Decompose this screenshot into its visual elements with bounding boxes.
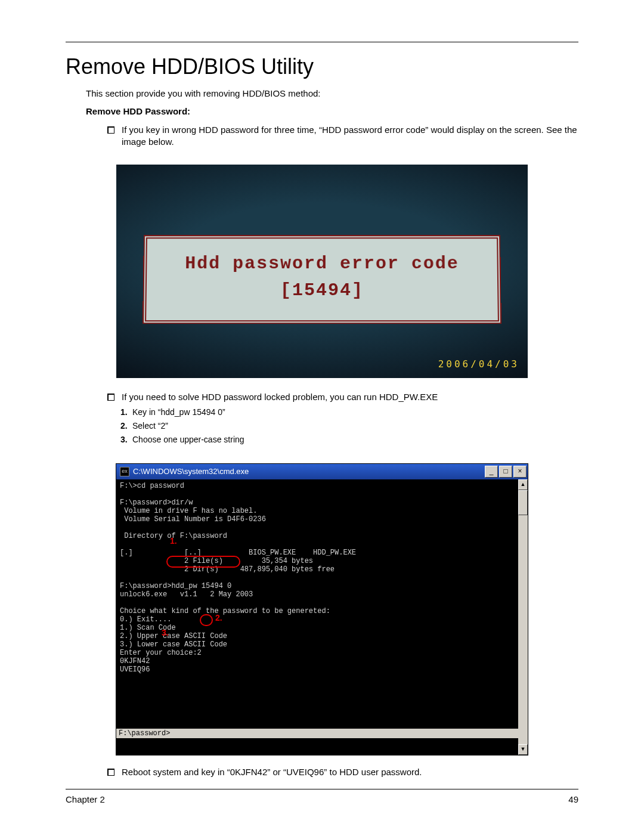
scroll-track[interactable] (518, 490, 528, 744)
annotation-number-2: 2. (215, 614, 222, 622)
list-item: 3. Choose one upper-case string (120, 434, 578, 445)
photo-date: 2006/04/03 (438, 358, 519, 371)
minimize-button[interactable]: _ (485, 466, 498, 478)
annotation-circle-1 (166, 556, 240, 568)
step-text: Select “2” (132, 420, 578, 432)
scroll-thumb[interactable] (518, 490, 528, 515)
scrollbar[interactable]: ▲ ▼ (518, 479, 528, 755)
bullet-list: If you key in wrong HDD password for thr… (107, 124, 578, 148)
step-number: 1. (120, 407, 132, 418)
error-line-1: Hdd password error code (153, 252, 491, 275)
maximize-button[interactable]: □ (499, 466, 512, 478)
list-item: If you need to solve HDD password locked… (107, 391, 578, 403)
list-item: 1. Key in “hdd_pw 15494 0” (120, 407, 578, 418)
step-number: 3. (120, 434, 132, 445)
cmd-output: F:\>cd password F:\password>dir/w Volume… (116, 479, 518, 755)
annotation-number-3: 3. (162, 628, 169, 637)
scroll-down-button[interactable]: ▼ (518, 744, 528, 755)
cmd-window: ex C:\WINDOWS\system32\cmd.exe _ □ × F:\… (116, 463, 528, 755)
bullet-list: If you need to solve HDD password locked… (107, 391, 578, 403)
footer-chapter: Chapter 2 (66, 794, 105, 804)
step-text: Key in “hdd_pw 15494 0” (132, 407, 578, 418)
cmd-icon: ex (120, 467, 129, 476)
square-bullet-icon (107, 126, 114, 134)
close-button[interactable]: × (513, 466, 527, 478)
intro-text: This section provide you with removing H… (86, 88, 578, 100)
list-item: Reboot system and key in “0KJFN42” or “U… (107, 766, 578, 778)
annotation-number-1: 1. (170, 537, 177, 545)
bullet-text: If you key in wrong HDD password for thr… (122, 124, 578, 148)
error-code-photo: Hdd password error code [15494] 2006/04/… (116, 165, 528, 378)
subheading: Remove HDD Password: (86, 106, 578, 117)
square-bullet-icon (107, 394, 114, 401)
bullet-text: If you need to solve HDD password locked… (122, 391, 578, 403)
footer-page-number: 49 (568, 794, 578, 804)
error-line-2: [15494] (153, 278, 492, 303)
list-item: If you key in wrong HDD password for thr… (107, 124, 578, 148)
square-bullet-icon (107, 769, 114, 776)
step-number: 2. (120, 420, 132, 432)
step-text: Choose one upper-case string (132, 434, 578, 445)
bullet-text: Reboot system and key in “0KJFN42” or “U… (122, 766, 578, 778)
bullet-list: Reboot system and key in “0KJFN42” or “U… (107, 766, 578, 778)
cmd-titlebar: ex C:\WINDOWS\system32\cmd.exe _ □ × (116, 464, 528, 479)
body: This section provide you with removing H… (66, 88, 578, 778)
annotation-circle-2 (200, 614, 213, 626)
ordered-list: 1. Key in “hdd_pw 15494 0” 2. Select “2”… (120, 407, 578, 445)
header-rule (66, 42, 578, 42)
page-footer: Chapter 2 49 (66, 789, 578, 804)
cmd-title-text: C:\WINDOWS\system32\cmd.exe (133, 466, 249, 477)
scroll-up-button[interactable]: ▲ (518, 479, 528, 490)
cmd-status-line: F:\password> (116, 729, 518, 738)
list-item: 2. Select “2” (120, 420, 578, 432)
cmd-text: F:\>cd password F:\password>dir/w Volume… (120, 482, 356, 674)
page-title: Remove HDD/BIOS Utility (66, 54, 578, 79)
document-page: Remove HDD/BIOS Utility This section pro… (0, 0, 644, 833)
error-panel: Hdd password error code [15494] (143, 235, 501, 324)
